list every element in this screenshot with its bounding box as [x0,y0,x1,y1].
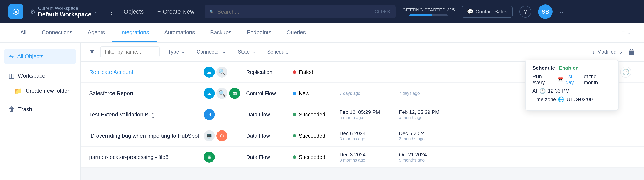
row-state: Succeeded [293,154,335,160]
sheets-connector-icon: ▦ [229,88,240,99]
workspace-selector[interactable]: ⚙ Current Workspace Default Workspace ⌄ [30,6,98,18]
salesforce-connector-icon: ☁ [204,88,215,99]
content-area: ✳ All Objects ◫ Workspace 📁 Create new f… [0,43,644,180]
main-content: ▼ Type ⌄ Connector ⌄ State ⌄ Schedule ⌄ … [81,43,644,180]
clock-action: 🕐 [620,67,631,78]
schedule-tooltip: Schedule: Enabled Run every 📅 1st day of… [525,60,618,110]
app-logo[interactable] [8,4,23,19]
state-dot-succeeded [293,134,296,137]
row-connectors: ⊡ [204,109,242,120]
getting-started-progress-fill [409,15,432,16]
row-connectors: 💻 ⬡ [204,130,242,141]
search-connector-icon: 🔍 [216,67,228,78]
delete-filter-icon[interactable]: 🗑 [628,47,636,56]
row-name-replicate-account[interactable]: Replicate Account [89,69,200,75]
objects-button[interactable]: ⋮⋮ Objects [105,8,147,16]
search-shortcut: Ctrl + K [375,9,390,15]
workspace-name: Default Workspace [38,11,92,18]
sheets2-connector-icon: ▦ [204,151,215,162]
sort-chevron-icon: ⌄ [618,49,623,55]
row-state: Succeeded [293,112,335,118]
workspace-icon: ⚙ [30,8,36,15]
filter-name-input[interactable] [100,46,160,57]
asterisk-icon: ✳ [8,53,14,60]
row-name-test-extend: Test Extend Validation Bug [89,111,200,118]
tab-automations[interactable]: Automations [156,23,203,42]
laptop-connector-icon: 💻 [204,130,215,141]
schedule-filter-button[interactable]: Schedule ⌄ [264,47,298,57]
row-name-id-overriding: ID overriding bug when importing to HubS… [89,133,200,139]
row-created: Dec 3 2024 3 months ago [340,152,395,162]
sidebar-item-workspace[interactable]: ◫ Workspace [4,68,76,83]
hubspot-connector-icon: ⬡ [216,130,228,141]
salesforce-connector-icon: ☁ [204,67,215,78]
search-bar: 🔍 Ctrl + K [204,5,396,19]
search2-connector-icon: 🔍 [216,88,228,99]
connector-chevron-icon: ⌄ [222,49,226,54]
tab-agents[interactable]: Agents [80,23,112,42]
row-created: Feb 12, 05:29 PM a month ago [340,109,395,120]
avatar-chevron-icon: ⌄ [559,9,564,15]
state-dot-succeeded [293,113,296,116]
avatar[interactable]: SB [538,5,552,19]
row-name-partner-locator: partner-locator-processing - file5 [89,154,200,160]
row-created: 7 days ago [340,91,395,96]
sidebar-item-all-objects[interactable]: ✳ All Objects [4,49,76,64]
grid-icon: ⋮⋮ [108,8,121,16]
tab-all[interactable]: All [13,23,34,42]
state-chevron-icon: ⌄ [252,49,256,54]
create-new-button[interactable]: + Create New [154,8,198,15]
type-chevron-icon: ⌄ [181,49,185,54]
workspace-chevron-icon: ⌄ [94,9,98,15]
help-icon: ? [524,8,527,15]
tab-connections[interactable]: Connections [34,23,80,42]
schedule-chevron-icon: ⌄ [291,49,294,54]
avatar-initials: SB [542,9,549,15]
tab-backups[interactable]: Backups [203,23,239,42]
sidebar-item-trash[interactable]: 🗑 Trash [4,102,76,117]
row-type: Data Flow [246,112,288,118]
row-connectors: ☁ 🔍 ▦ [204,88,242,99]
sort-button[interactable]: ↕ Modified ⌄ [592,49,623,55]
row-modified: Feb 12, 05:29 PM a month ago [399,109,454,120]
chat-icon: 💬 [467,9,474,15]
tab-integrations[interactable]: Integrations [112,23,156,42]
row-modified: 7 days ago [399,91,454,96]
state-filter-button[interactable]: State ⌄ [234,47,259,57]
row-type: Data Flow [246,133,288,139]
workspace-label: Current Workspace [38,6,92,11]
svg-point-1 [15,11,17,13]
tab-endpoints[interactable]: Endpoints [239,23,279,42]
row-modified: Dec 6 2024 3 months ago [399,130,454,141]
sort-icon: ↕ [592,49,595,55]
schedule-clock-button[interactable]: 🕐 [620,67,631,78]
filter-icon: ▼ [89,49,95,55]
row-connectors: ▦ [204,151,242,162]
filter-bar: ▼ Type ⌄ Connector ⌄ State ⌄ Schedule ⌄ … [81,43,644,62]
row-type: Replication [246,69,288,75]
workspace-sidebar-icon: ◫ [8,72,14,79]
table-row: ID overriding bug when importing to HubS… [81,125,644,147]
type-filter-button[interactable]: Type ⌄ [165,47,188,57]
help-button[interactable]: ? [520,6,531,18]
state-dot-new [293,92,296,95]
sidebar-workspace-section: ◫ Workspace 📁 Create new folder [4,68,76,98]
connector-filter-button[interactable]: Connector ⌄ [193,47,230,57]
row-state: Failed [293,69,335,75]
integrations-table: Replicate Account ☁ 🔍 Replication Failed [81,62,644,168]
getting-started-section: GETTING STARTED 3/ 5 [402,7,455,16]
row-state: Succeeded [293,133,335,139]
view-chevron-icon: ⌄ [626,30,631,36]
table-row: partner-locator-processing - file5 ▦ Dat… [81,147,644,168]
time-icon: 🕐 [540,88,546,94]
row-modified: Oct 21 2024 5 months ago [399,152,454,162]
tab-queries[interactable]: Queries [279,23,314,42]
sidebar-item-create-folder[interactable]: 📁 Create new folder [4,83,76,98]
search-input[interactable] [217,9,371,15]
view-toggle-button[interactable]: ≡ ⌄ [622,30,631,36]
contact-sales-button[interactable]: 💬 Contact Sales [462,6,513,18]
row-name-salesforce-report: Salesforce Report [89,90,200,97]
row-type: Control Flow [246,90,288,96]
row-created: Dec 6 2024 3 months ago [340,130,395,141]
list-view-icon: ≡ [622,30,625,36]
